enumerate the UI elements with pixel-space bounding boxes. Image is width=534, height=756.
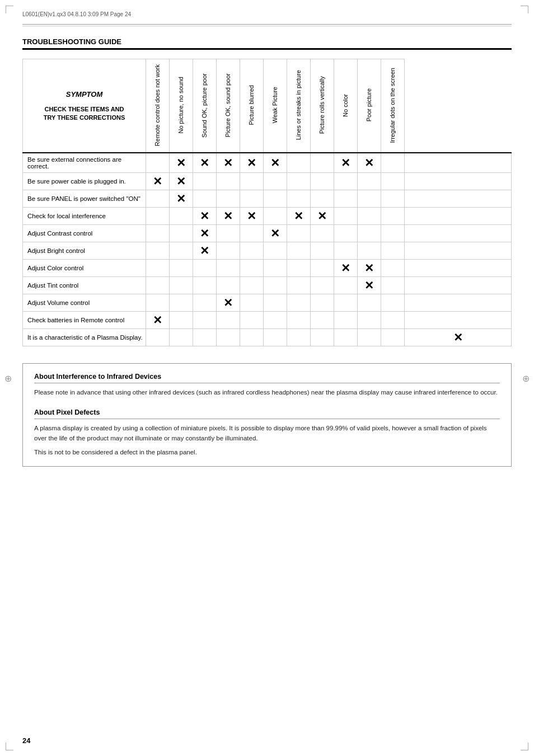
col-label-9: Poor picture: [366, 86, 373, 124]
cell-9-10: [381, 312, 405, 329]
cell-7-0: [146, 277, 170, 294]
col-header-5: Weak Picture: [264, 59, 287, 153]
page-number: 24: [22, 736, 30, 745]
cell-5-0: [146, 242, 170, 260]
cell-3-9: [358, 208, 381, 225]
col-header-0: Remote control does not work: [146, 59, 170, 153]
cell-5-2: ✕: [193, 242, 217, 260]
x-mark: ✕: [364, 262, 374, 274]
reg-mark-br: [521, 743, 528, 750]
cell-3-1: [170, 208, 193, 225]
cell-5-8: [334, 242, 358, 260]
cell-3-5: [264, 208, 287, 225]
cell-0-2: ✕: [193, 153, 217, 173]
cell-10-5: [264, 329, 287, 346]
cell-6-4: [240, 260, 264, 277]
crosshair-right: ⊕: [522, 373, 530, 383]
table-row: Adjust Tint control✕: [23, 277, 512, 294]
cell-2-5: [264, 190, 287, 208]
cell-10-11: ✕: [405, 329, 512, 346]
cell-2-1: ✕: [170, 190, 193, 208]
info-title-0: About Interference to Infrared Devices: [34, 373, 500, 383]
x-mark: ✕: [270, 157, 280, 169]
x-mark: ✕: [153, 314, 162, 326]
info-body-0: Please note in advance that using other …: [34, 388, 500, 397]
x-mark: ✕: [223, 157, 233, 169]
cell-3-10: [381, 208, 405, 225]
cell-4-9: [358, 225, 381, 242]
row-label-5: Adjust Bright control: [23, 242, 146, 260]
cell-3-2: ✕: [193, 208, 217, 225]
cell-9-11: [405, 312, 512, 329]
col-header-4: Picture blurred: [240, 59, 264, 153]
cell-9-1: [170, 312, 193, 329]
x-mark: ✕: [364, 279, 374, 292]
cell-9-7: [311, 312, 334, 329]
table-row: Be sure PANEL is power switched "ON"✕: [23, 190, 512, 208]
cell-9-2: [193, 312, 217, 329]
x-mark: ✕: [341, 262, 350, 274]
table-row: Check for local interference✕✕✕✕✕: [23, 208, 512, 225]
cell-3-8: [334, 208, 358, 225]
cell-6-5: [264, 260, 287, 277]
col-label-0: Remote control does not work: [154, 62, 161, 148]
cell-2-2: [193, 190, 217, 208]
cell-8-7: [311, 294, 334, 312]
cell-0-1: ✕: [170, 153, 193, 173]
x-mark: ✕: [176, 157, 186, 169]
top-line2: [22, 26, 512, 26]
x-mark: ✕: [247, 157, 256, 169]
cell-4-10: [381, 225, 405, 242]
file-info: L0601(EN)v1.qx3 04.8.10 3:09 PM Page 24: [22, 11, 512, 20]
top-line: [22, 24, 512, 25]
cell-3-11: [405, 208, 512, 225]
cell-4-4: [240, 225, 264, 242]
cell-10-0: [146, 329, 170, 346]
info-body-1b: This is not to be considered a defect in…: [34, 448, 500, 457]
cell-4-2: ✕: [193, 225, 217, 242]
cell-6-0: [146, 260, 170, 277]
row-label-0: Be sure external connections are correct…: [23, 153, 146, 173]
row-label-2: Be sure PANEL is power switched "ON": [23, 190, 146, 208]
cell-0-6: [287, 153, 311, 173]
cell-4-1: [170, 225, 193, 242]
col-header-2: Sound OK, picture poor: [193, 59, 217, 153]
cell-8-9: [358, 294, 381, 312]
cell-0-8: ✕: [334, 153, 358, 173]
col-header-6: Lines or streaks in picture: [287, 59, 311, 153]
table-row: Adjust Color control✕✕: [23, 260, 512, 277]
cell-10-4: [240, 329, 264, 346]
cell-1-8: [334, 173, 358, 190]
col-header-1: No picture, no sound: [170, 59, 193, 153]
info-divider: [34, 397, 500, 408]
cell-9-3: [217, 312, 240, 329]
cell-1-0: ✕: [146, 173, 170, 190]
row-label-1: Be sure power cable is plugged in.: [23, 173, 146, 190]
cell-1-3: [217, 173, 240, 190]
cell-7-10: [381, 277, 405, 294]
cell-8-2: [193, 294, 217, 312]
cell-0-0: [146, 153, 170, 173]
col-label-10: Irregular dots on the screen: [389, 65, 396, 145]
cell-4-11: [405, 225, 512, 242]
cell-6-10: [381, 260, 405, 277]
col-label-8: No color: [342, 92, 349, 119]
cell-0-4: ✕: [240, 153, 264, 173]
cell-8-3: ✕: [217, 294, 240, 312]
row-label-7: Adjust Tint control: [23, 277, 146, 294]
cell-5-10: [381, 242, 405, 260]
cell-0-9: ✕: [358, 153, 381, 173]
table-row: Adjust Bright control✕: [23, 242, 512, 260]
cell-4-7: [311, 225, 334, 242]
cell-0-11: [405, 153, 512, 173]
cell-2-10: [381, 190, 405, 208]
page-container: ⊕ ⊕ L0601(EN)v1.qx3 04.8.10 3:09 PM Page…: [0, 0, 534, 756]
cell-5-1: [170, 242, 193, 260]
cell-9-9: [358, 312, 381, 329]
cell-0-10: [381, 153, 405, 173]
cell-9-6: [287, 312, 311, 329]
info-body-1a: A plasma display is created by using a c…: [34, 424, 500, 443]
cell-5-9: [358, 242, 381, 260]
cell-3-4: ✕: [240, 208, 264, 225]
cell-10-3: [217, 329, 240, 346]
